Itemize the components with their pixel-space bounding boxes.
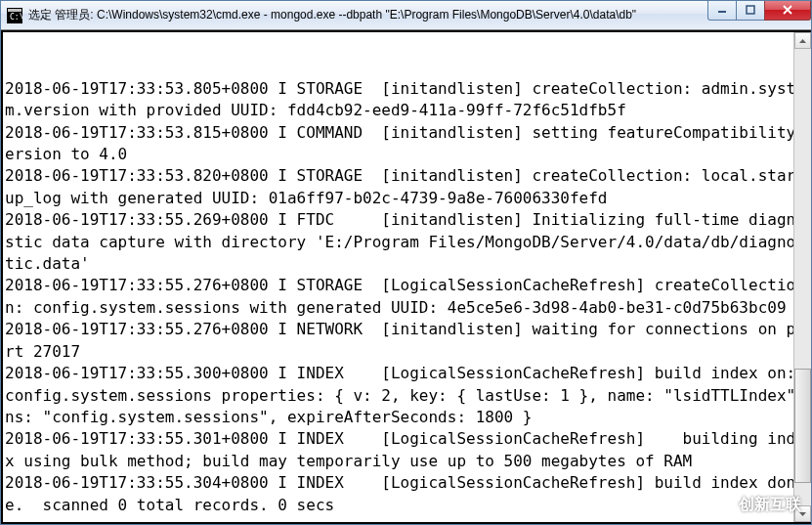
svg-rect-3 xyxy=(718,11,726,13)
log-line: 2018-06-19T17:33:55.276+0800 I NETWORK [… xyxy=(5,319,807,363)
console-text: 2018-06-19T17:33:53.805+0800 I STORAGE [… xyxy=(5,78,807,516)
svg-text:C:\: C:\ xyxy=(10,13,22,22)
console-output[interactable]: 2018-06-19T17:33:53.805+0800 I STORAGE [… xyxy=(1,30,811,524)
log-line: 2018-06-19T17:33:55.276+0800 I STORAGE [… xyxy=(5,275,807,319)
cmd-window: C:\ 选定 管理员: C:\Windows\system32\cmd.exe … xyxy=(0,0,812,525)
log-line: 2018-06-19T17:33:55.304+0800 I INDEX [Lo… xyxy=(5,472,807,516)
log-line: 2018-06-19T17:33:55.269+0800 I FTDC [ini… xyxy=(5,209,807,275)
log-line: 2018-06-19T17:33:53.820+0800 I STORAGE [… xyxy=(5,165,807,209)
svg-rect-1 xyxy=(8,9,21,12)
svg-rect-4 xyxy=(747,6,754,14)
log-line: 2018-06-19T17:33:55.300+0800 I INDEX [Lo… xyxy=(5,363,807,428)
minimize-button[interactable] xyxy=(707,1,737,21)
window-controls xyxy=(708,1,811,21)
cmd-icon: C:\ xyxy=(7,8,22,23)
scroll-up-button[interactable] xyxy=(794,32,811,49)
maximize-button[interactable] xyxy=(736,1,765,21)
titlebar[interactable]: C:\ 选定 管理员: C:\Windows\system32\cmd.exe … xyxy=(1,1,811,30)
scroll-track[interactable] xyxy=(794,49,811,505)
scroll-down-button[interactable] xyxy=(794,505,811,522)
vertical-scrollbar[interactable] xyxy=(793,32,811,522)
window-title: 选定 管理员: C:\Windows\system32\cmd.exe - mo… xyxy=(28,7,708,23)
log-line: 2018-06-19T17:33:53.805+0800 I STORAGE [… xyxy=(5,78,807,122)
log-line: 2018-06-19T17:33:53.815+0800 I COMMAND [… xyxy=(5,122,807,166)
log-line: 2018-06-19T17:33:55.301+0800 I INDEX [Lo… xyxy=(5,428,807,472)
close-button[interactable] xyxy=(764,1,811,21)
scroll-thumb[interactable] xyxy=(794,369,811,483)
